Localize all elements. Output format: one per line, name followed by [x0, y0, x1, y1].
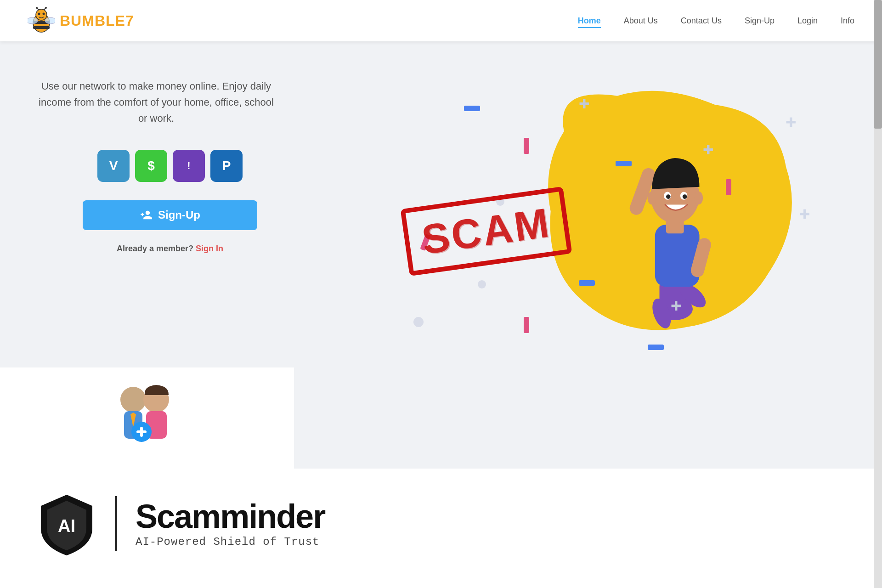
hero-illustration: [524, 78, 808, 345]
svg-point-6: [43, 13, 45, 15]
paypal-icon: P: [210, 150, 243, 182]
scamminder-shield: AI: [37, 492, 96, 556]
svg-text:AI: AI: [58, 516, 75, 536]
bottom-left: [0, 368, 294, 469]
svg-point-10: [45, 7, 47, 9]
deco-dot-3: [413, 317, 424, 327]
sign-in-link[interactable]: Sign In: [196, 244, 223, 253]
deco-dot-2: [478, 280, 486, 288]
nav-home[interactable]: Home: [578, 16, 601, 26]
svg-point-4: [36, 9, 47, 20]
svg-point-25: [683, 194, 687, 199]
scamminder-title: Scamminder: [136, 500, 325, 533]
nav-links: Home About Us Contact Us Sign-Up Login I…: [578, 16, 854, 26]
navbar: Bumble7 Home About Us Contact Us Sign-Up…: [0, 0, 882, 41]
svg-point-5: [38, 13, 40, 15]
svg-rect-17: [655, 225, 700, 287]
svg-point-27: [694, 192, 703, 205]
logo[interactable]: Bumble7: [28, 7, 134, 34]
scrollbar[interactable]: [874, 0, 882, 588]
nav-login[interactable]: Login: [797, 16, 818, 26]
scamminder-section: AI Scamminder AI-Powered Shield of Trust: [0, 469, 882, 579]
svg-point-12: [45, 17, 55, 24]
zelle-icon: !: [173, 150, 205, 182]
payment-icons: V $ ! P: [37, 150, 303, 182]
already-member-text: Already a member? Sign In: [37, 244, 303, 254]
logo-text: Bumble7: [60, 12, 134, 29]
bottom-right: [294, 368, 882, 469]
scamminder-subtitle: AI-Powered Shield of Trust: [136, 536, 325, 548]
venmo-icon: V: [97, 150, 130, 182]
user-add-illustration: [101, 381, 193, 455]
svg-point-8: [36, 7, 38, 9]
nav-signup[interactable]: Sign-Up: [745, 16, 775, 26]
svg-point-28: [120, 387, 146, 413]
hero-tagline: Use our network to make money online. En…: [37, 78, 276, 127]
nav-contact[interactable]: Contact Us: [681, 16, 722, 26]
bee-icon: [28, 7, 55, 34]
svg-point-26: [647, 192, 656, 205]
bottom-section: [0, 368, 882, 469]
scam-text: SCAM: [419, 199, 553, 263]
scrollbar-thumb[interactable]: [874, 0, 882, 129]
svg-rect-35: [140, 427, 143, 437]
scamminder-divider: [115, 496, 117, 551]
deco-blue-1: [464, 106, 480, 111]
hero-right: ✚ ✚ ✚ ✚ ✚ SCAM: [303, 69, 845, 368]
cashapp-icon: $: [135, 150, 167, 182]
person-add-icon: [140, 209, 153, 221]
svg-point-24: [666, 194, 671, 199]
hero-section: Use our network to make money online. En…: [0, 41, 882, 368]
deco-blue-4: [648, 345, 664, 350]
scamminder-text-block: Scamminder AI-Powered Shield of Trust: [136, 500, 325, 548]
nav-about[interactable]: About Us: [624, 16, 658, 26]
svg-point-11: [28, 17, 38, 24]
hero-left: Use our network to make money online. En…: [37, 69, 303, 254]
svg-rect-3: [33, 26, 50, 29]
signup-button[interactable]: Sign-Up: [83, 200, 257, 230]
nav-info[interactable]: Info: [841, 16, 854, 26]
